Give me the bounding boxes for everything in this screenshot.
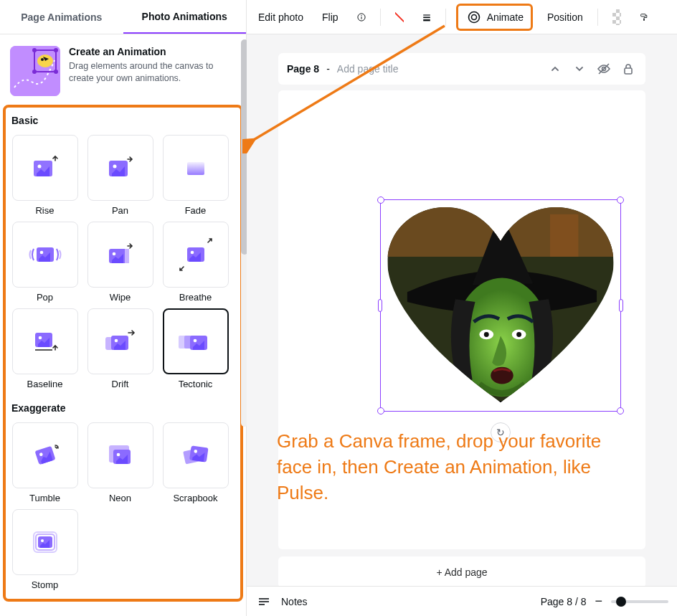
basic-tile-grid: Rise Pan Fade Pop [9, 135, 237, 389]
tile-label: Tumble [29, 493, 60, 503]
heart-frame-photo[interactable] [387, 207, 615, 405]
tile-label: Rise [35, 205, 54, 216]
resize-handle-tl[interactable] [377, 196, 384, 204]
svg-point-42 [41, 539, 44, 542]
add-page-button[interactable]: + Add page [278, 556, 645, 588]
anim-tile-drift[interactable]: Drift [85, 308, 155, 389]
flip-button[interactable]: Flip [318, 9, 343, 26]
svg-point-63 [516, 332, 521, 337]
svg-point-3 [54, 48, 58, 52]
svg-rect-48 [423, 19, 430, 21]
animate-button[interactable]: Animate [487, 11, 524, 23]
tile-label: Scrapbook [173, 493, 217, 503]
svg-rect-47 [423, 16, 430, 18]
page-up-icon[interactable] [546, 60, 564, 77]
anim-tile-tumble[interactable]: Tumble [10, 422, 80, 503]
canvas[interactable]: ↻ Grab a Canva frame, drop your favorite… [278, 90, 645, 549]
svg-point-12 [113, 165, 116, 169]
anim-tile-rise[interactable]: Rise [10, 135, 80, 216]
notes-icon [255, 593, 273, 610]
paint-roller-icon[interactable] [635, 9, 653, 26]
anim-tile-breathe[interactable]: Breathe [161, 222, 230, 303]
svg-point-26 [114, 339, 118, 343]
svg-point-30 [193, 339, 197, 343]
svg-point-17 [112, 252, 115, 256]
exaggerate-tile-grid: Tumble Neon Scrapbook Stomp [9, 422, 237, 590]
svg-point-10 [37, 165, 41, 169]
svg-point-50 [471, 14, 476, 19]
tile-label: Stomp [32, 579, 59, 590]
create-animation-title: Create an Animation [69, 46, 236, 57]
resize-handle-br[interactable] [617, 407, 624, 414]
notes-button[interactable]: Notes [281, 596, 308, 607]
no-crop-icon[interactable] [391, 9, 408, 26]
selection-frame[interactable]: ↻ [380, 199, 621, 412]
tile-label: Breathe [179, 292, 212, 303]
svg-point-15 [39, 251, 43, 255]
svg-rect-51 [640, 14, 645, 16]
svg-rect-18 [125, 249, 129, 263]
page-title-input[interactable]: Add page title [337, 63, 399, 75]
svg-rect-13 [187, 162, 204, 175]
main-area: Edit photo Flip Animate Position Page 8 … [247, 0, 677, 616]
animate-icon [465, 9, 483, 26]
anim-tile-neon[interactable]: Neon [85, 422, 155, 503]
tile-label: Fade [185, 205, 207, 216]
anim-tile-fade[interactable]: Fade [161, 135, 230, 216]
resize-handle-mr[interactable] [619, 299, 623, 312]
section-title-basic: Basic [11, 115, 237, 126]
info-icon[interactable] [353, 9, 370, 26]
anim-tile-stomp[interactable]: Stomp [10, 509, 80, 590]
transparency-icon[interactable] [608, 9, 625, 26]
annotation-caption: Grab a Canva frame, drop your favorite f… [277, 429, 631, 506]
border-weight-icon[interactable] [418, 9, 435, 26]
svg-rect-46 [423, 14, 430, 15]
page-sep: - [326, 63, 330, 75]
anim-tile-tectonic[interactable]: Tectonic [161, 308, 230, 389]
create-animation-card[interactable]: Create an Animation Drag elements around… [6, 43, 240, 108]
tile-label: Wipe [110, 292, 131, 303]
anim-tile-scrapbook[interactable]: Scrapbook [161, 422, 230, 503]
eye-off-icon[interactable] [595, 60, 612, 77]
svg-rect-52 [643, 18, 645, 20]
svg-point-4 [32, 70, 37, 74]
zoom-out-icon[interactable]: − [595, 594, 602, 609]
svg-point-44 [361, 14, 361, 15]
anim-tile-wipe[interactable]: Wipe [85, 222, 155, 303]
create-animation-thumb [10, 46, 60, 96]
anim-tile-baseline[interactable]: Baseline [10, 308, 80, 389]
tile-label: Tectonic [179, 379, 213, 389]
zoom-slider[interactable] [611, 600, 668, 603]
svg-point-49 [468, 11, 479, 22]
section-title-exaggerate: Exaggerate [11, 402, 237, 414]
annotation-highlight-sidebar: Basic Rise Pan Fade [3, 105, 243, 602]
page-label: Page 8 [287, 63, 319, 75]
svg-point-20 [190, 251, 194, 255]
svg-point-7 [41, 58, 44, 61]
animations-sidebar: Page Animations Photo Animations [0, 0, 247, 616]
anim-tile-pan[interactable]: Pan [85, 135, 155, 216]
zoom-slider-thumb[interactable] [616, 597, 626, 607]
page-indicator[interactable]: Page 8 / 8 [541, 596, 587, 607]
svg-rect-58 [550, 214, 578, 257]
resize-handle-ml[interactable] [378, 299, 382, 312]
tile-label: Pop [37, 292, 53, 303]
anim-tile-pop[interactable]: Pop [10, 222, 80, 303]
lock-icon[interactable] [620, 60, 637, 77]
tab-page-animations[interactable]: Page Animations [0, 0, 123, 34]
tile-label: Pan [112, 205, 128, 216]
svg-point-35 [116, 453, 120, 457]
page-header-strip: Page 8 - Add page title [278, 53, 645, 85]
resize-handle-bl[interactable] [377, 407, 384, 414]
tab-photo-animations[interactable]: Photo Animations [123, 0, 247, 34]
resize-handle-tr[interactable] [617, 196, 624, 204]
animation-scroll-area: Create an Animation Drag elements around… [0, 34, 246, 616]
tile-label: Baseline [27, 379, 63, 389]
page-down-icon[interactable] [571, 60, 588, 77]
svg-point-61 [484, 332, 489, 337]
svg-point-22 [38, 336, 42, 340]
tile-label: Drift [112, 379, 129, 389]
edit-photo-button[interactable]: Edit photo [254, 9, 308, 26]
svg-point-2 [32, 48, 37, 52]
position-button[interactable]: Position [543, 9, 587, 26]
